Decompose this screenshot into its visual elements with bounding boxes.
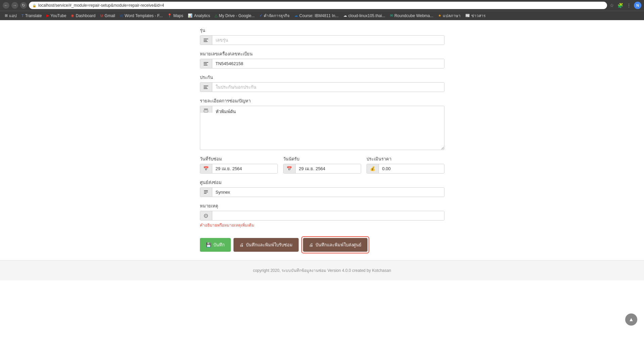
bookmark-gmail[interactable]: M Gmail <box>98 13 117 19</box>
analytics-icon: 📊 <box>188 13 192 18</box>
page-content: รุ่น หมายเลขเครื่อง/เลขทะเบียน <box>0 20 644 339</box>
appointment-input[interactable] <box>296 164 361 173</box>
bookmark-star-icon[interactable]: ☆ <box>609 2 615 9</box>
price-icon: 💰 <box>367 164 379 173</box>
svg-rect-1 <box>204 40 207 41</box>
bookmark-drive[interactable]: △ My Drive - Google... <box>213 13 257 19</box>
button-row: 💾 บันทึก 🖨 บันทึกและพิมพ์ใบรับซ่อม 🖨 บัน… <box>200 236 444 253</box>
center-label: ศูนย์ส่งซ่อม <box>200 179 444 186</box>
bookmark-dashboard-label: Dashboard <box>76 13 95 18</box>
warranty-label: ประกัน <box>200 74 444 81</box>
warranty-icon <box>200 83 212 92</box>
bookmark-news[interactable]: 📰 ข่าวสาร <box>463 12 487 19</box>
translate-icon: T <box>22 14 24 18</box>
problem-textarea[interactable] <box>212 106 444 150</box>
price-wrapper: 💰 <box>367 164 444 174</box>
appointment-wrapper: 📅 <box>283 164 361 174</box>
warranty-field: ประกัน <box>200 74 444 92</box>
problem-textarea-wrapper <box>200 106 444 150</box>
bookmark-word[interactable]: W Word Templates - F... <box>118 13 165 19</box>
serial-label: หมายเลขเครื่อง/เลขทะเบียน <box>200 50 444 57</box>
svg-rect-0 <box>204 39 208 39</box>
model-input[interactable] <box>212 36 444 45</box>
bookmark-cloud[interactable]: ☁ cloud-linux105.thai... <box>341 13 387 19</box>
bookmark-analytics-label: Analytics <box>194 13 210 18</box>
serial-input[interactable] <box>212 59 444 68</box>
print-center-icon: 🖨 <box>309 242 313 247</box>
form-container: รุ่น หมายเลขเครื่อง/เลขทะเบียน <box>195 20 450 260</box>
save-button[interactable]: 💾 บันทึก <box>200 238 231 252</box>
svg-rect-3 <box>204 62 208 63</box>
avatar[interactable]: N <box>634 2 641 9</box>
svg-rect-8 <box>204 88 208 89</box>
print-center-highlight: 🖨 บันทึกและพิมพ์ใบส่งศูนย์ <box>301 236 369 253</box>
forward-button[interactable]: → <box>11 2 18 9</box>
note-field: หมายเหตุ คำอธิบายหรือหมายเหตุเพิ่มเติม <box>200 202 444 228</box>
svg-rect-4 <box>204 63 207 64</box>
back-button[interactable]: ← <box>3 2 9 9</box>
svg-rect-6 <box>204 86 208 86</box>
menu-icon[interactable]: ⋮ <box>626 2 632 9</box>
reload-button[interactable]: ↻ <box>20 2 27 9</box>
bookmark-apps[interactable]: ⊞ แอป <box>3 12 19 19</box>
price-label: ประเมินราคา <box>367 155 444 162</box>
print-receive-button[interactable]: 🖨 บันทึกและพิมพ์ใบรับซ่อม <box>233 238 299 252</box>
center-input[interactable] <box>212 188 444 197</box>
bookmark-roundcube[interactable]: ✉ Roundcube Webma... <box>388 13 435 19</box>
receive-date-field: วันที่รับซ่อม 📅 <box>200 155 278 174</box>
bookmark-ibm[interactable]: ☁ Course: IBM4811 In... <box>292 13 341 19</box>
print-receive-icon: 🖨 <box>240 242 244 247</box>
note-input[interactable] <box>212 211 444 220</box>
tasks-icon: ✓ <box>259 13 262 18</box>
bookmark-photo[interactable]: ★ แปลภาษา <box>436 12 463 19</box>
bookmark-youtube-label: YouTube <box>50 13 66 18</box>
note-input-wrapper <box>200 211 444 221</box>
model-icon <box>200 36 212 45</box>
ibm-icon: ☁ <box>294 13 298 18</box>
bookmark-analytics[interactable]: 📊 Analytics <box>186 13 212 19</box>
warranty-input[interactable] <box>212 83 444 92</box>
extensions-icon[interactable]: 🧩 <box>617 2 624 9</box>
bookmark-dashboard[interactable]: ◉ Dashboard <box>69 13 97 19</box>
page-footer: copyright 2020, ระบบบันทึกข้อมูลงานซ่อม … <box>0 260 644 280</box>
model-input-wrapper <box>200 35 444 45</box>
problem-label: รายละเอียดการซ่อม/ปัญหา <box>200 97 444 104</box>
bookmark-maps-label: Maps <box>173 13 183 18</box>
bookmark-drive-label: My Drive - Google... <box>219 13 255 18</box>
bookmark-ibm-label: Course: IBM4811 In... <box>299 13 339 18</box>
bookmark-photo-label: แปลภาษา <box>443 12 461 19</box>
serial-icon <box>200 59 212 68</box>
roundcube-icon: ✉ <box>390 13 393 18</box>
cloud-icon: ☁ <box>343 13 347 18</box>
bookmark-news-label: ข่าวสาร <box>471 12 485 19</box>
lock-icon: 🔒 <box>32 4 36 7</box>
appointment-icon: 📅 <box>284 164 296 173</box>
svg-point-15 <box>206 215 207 216</box>
svg-rect-10 <box>204 110 208 112</box>
footer-text: copyright 2020, ระบบบันทึกข้อมูลงานซ่อม … <box>253 268 391 273</box>
bookmark-youtube[interactable]: ▶ YouTube <box>44 13 68 19</box>
center-field: ศูนย์ส่งซ่อม <box>200 179 444 197</box>
drive-icon: △ <box>215 13 217 18</box>
scroll-top-button[interactable]: ▲ <box>625 313 637 326</box>
save-icon: 💾 <box>206 242 211 247</box>
hint-text: คำอธิบายหรือหมายเหตุเพิ่มเติม <box>200 222 444 228</box>
youtube-icon: ▶ <box>46 13 49 18</box>
bookmark-cloud-label: cloud-linux105.thai... <box>348 13 385 18</box>
receive-date-icon: 📅 <box>200 164 212 173</box>
receive-date-label: วันที่รับซ่อม <box>200 155 278 162</box>
print-center-button[interactable]: 🖨 บันทึกและพิมพ์ใบส่งศูนย์ <box>303 238 368 252</box>
problem-icon <box>200 106 212 113</box>
bookmark-tasks-label: คำจัดการธุรกิจ <box>264 12 290 19</box>
svg-rect-13 <box>204 193 207 194</box>
bookmark-tasks[interactable]: ✓ คำจัดการธุรกิจ <box>257 12 292 19</box>
print-receive-label: บันทึกและพิมพ์ใบรับซ่อม <box>246 241 293 248</box>
bookmark-translate[interactable]: T Translate <box>19 13 44 19</box>
bookmark-gmail-label: Gmail <box>104 13 115 18</box>
receive-date-input[interactable] <box>212 164 277 173</box>
svg-rect-5 <box>204 65 208 65</box>
url-bar[interactable]: 🔒 localhost/service/#_module=repair-setu… <box>29 2 607 9</box>
bookmark-maps[interactable]: 📍 Maps <box>165 13 185 19</box>
price-input[interactable] <box>379 164 444 173</box>
center-input-wrapper <box>200 187 444 197</box>
